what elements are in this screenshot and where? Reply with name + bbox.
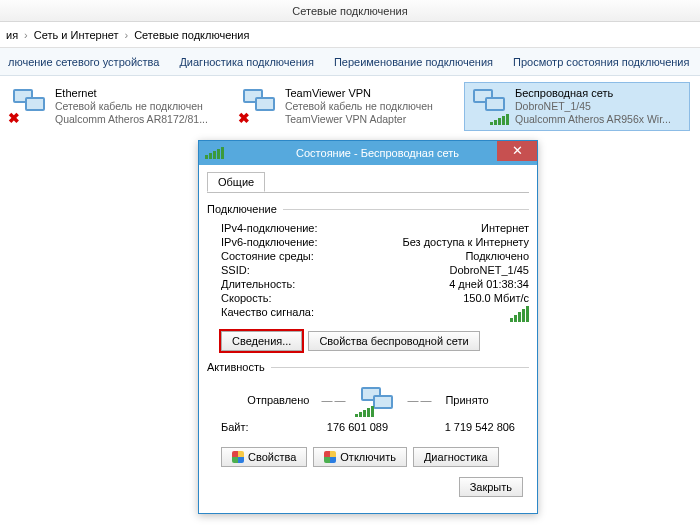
signal-label: Качество сигнала: bbox=[221, 306, 351, 324]
diagnose-button[interactable]: Диагностика bbox=[413, 447, 499, 467]
close-button[interactable]: ✕ bbox=[497, 141, 537, 161]
group-connection-label: Подключение bbox=[207, 203, 277, 215]
breadcrumb-conn[interactable]: Сетевые подключения bbox=[134, 29, 249, 41]
properties-button-label: Свойства bbox=[248, 451, 296, 463]
received-label: Принято bbox=[445, 394, 488, 406]
wifi-props-button[interactable]: Свойства беспроводной сети bbox=[308, 331, 479, 351]
ipv6-label: IPv6-подключение: bbox=[221, 236, 351, 248]
signal-bars-icon bbox=[355, 406, 374, 417]
svg-rect-3 bbox=[27, 99, 43, 109]
group-activity-header: Активность bbox=[207, 361, 529, 373]
wifi-adapter-icon bbox=[471, 87, 507, 123]
window-titlebar: Сетевые подключения bbox=[0, 0, 700, 22]
item-status: DobroNET_1/45 bbox=[515, 100, 671, 113]
toolbar-diagnose[interactable]: Диагностика подключения bbox=[179, 56, 313, 68]
network-adapter-icon: ✖ bbox=[241, 87, 277, 123]
signal-value bbox=[351, 306, 529, 324]
breadcrumb: ия › Сеть и Интернет › Сетевые подключен… bbox=[0, 22, 700, 48]
disable-button-label: Отключить bbox=[340, 451, 396, 463]
bytes-sent: 176 601 089 bbox=[301, 421, 388, 433]
breadcrumb-net[interactable]: Сеть и Интернет bbox=[34, 29, 119, 41]
item-device: Qualcomm Atheros AR8172/81... bbox=[55, 113, 208, 126]
chevron-right-icon: › bbox=[24, 29, 28, 41]
item-status: Сетевой кабель не подключен bbox=[55, 100, 208, 113]
status-dialog: Состояние - Беспроводная сеть ✕ Общие По… bbox=[198, 140, 538, 514]
chevron-right-icon: › bbox=[125, 29, 129, 41]
signal-bars-icon bbox=[490, 114, 509, 125]
ipv6-value: Без доступа к Интернету bbox=[351, 236, 529, 248]
network-adapter-icon: ✖ bbox=[11, 87, 47, 123]
tab-row: Общие bbox=[207, 171, 529, 193]
media-label: Состояние среды: bbox=[221, 250, 351, 262]
connections-list: ✖ Ethernet Сетевой кабель не подключен Q… bbox=[0, 76, 700, 137]
toolbar: лючение сетевого устройства Диагностика … bbox=[0, 48, 700, 76]
disconnected-x-icon: ✖ bbox=[8, 110, 20, 126]
item-name: TeamViewer VPN bbox=[285, 87, 433, 100]
svg-rect-7 bbox=[257, 99, 273, 109]
item-name: Беспроводная сеть bbox=[515, 87, 671, 100]
duration-value: 4 дней 01:38:34 bbox=[351, 278, 529, 290]
tab-general[interactable]: Общие bbox=[207, 172, 265, 192]
item-status: Сетевой кабель не подключен bbox=[285, 100, 433, 113]
ipv4-label: IPv4-подключение: bbox=[221, 222, 351, 234]
details-button[interactable]: Сведения... bbox=[221, 331, 302, 351]
connection-item-wifi[interactable]: Беспроводная сеть DobroNET_1/45 Qualcomm… bbox=[464, 82, 690, 131]
ssid-value: DobroNET_1/45 bbox=[351, 264, 529, 276]
dash-icon: —— bbox=[407, 394, 433, 406]
item-name: Ethernet bbox=[55, 87, 208, 100]
dialog-titlebar[interactable]: Состояние - Беспроводная сеть ✕ bbox=[199, 141, 537, 165]
duration-label: Длительность: bbox=[221, 278, 351, 290]
ssid-label: SSID: bbox=[221, 264, 351, 276]
toolbar-disable[interactable]: лючение сетевого устройства bbox=[8, 56, 159, 68]
shield-icon bbox=[324, 451, 336, 463]
bytes-recv: 1 719 542 806 bbox=[428, 421, 515, 433]
group-activity-label: Активность bbox=[207, 361, 265, 373]
dialog-title: Состояние - Беспроводная сеть bbox=[224, 147, 531, 159]
media-value: Подключено bbox=[351, 250, 529, 262]
sent-label: Отправлено bbox=[247, 394, 309, 406]
signal-bars-icon bbox=[205, 147, 224, 159]
svg-rect-11 bbox=[487, 99, 503, 109]
throughput-icon bbox=[359, 385, 395, 415]
close-button[interactable]: Закрыть bbox=[459, 477, 523, 497]
signal-bars-icon bbox=[510, 306, 529, 322]
group-connection-header: Подключение bbox=[207, 203, 529, 215]
shield-icon bbox=[232, 451, 244, 463]
svg-rect-15 bbox=[375, 397, 391, 407]
connection-item-ethernet[interactable]: ✖ Ethernet Сетевой кабель не подключен Q… bbox=[4, 82, 230, 131]
item-device: TeamViewer VPN Adapter bbox=[285, 113, 433, 126]
item-device: Qualcomm Atheros AR956x Wir... bbox=[515, 113, 671, 126]
speed-value: 150.0 Мбит/с bbox=[351, 292, 529, 304]
dash-icon: —— bbox=[321, 394, 347, 406]
disable-button[interactable]: Отключить bbox=[313, 447, 407, 467]
properties-button[interactable]: Свойства bbox=[221, 447, 307, 467]
disconnected-x-icon: ✖ bbox=[238, 110, 250, 126]
toolbar-viewstatus[interactable]: Просмотр состояния подключения bbox=[513, 56, 689, 68]
bytes-label: Байт: bbox=[221, 421, 301, 433]
breadcrumb-trunc[interactable]: ия bbox=[6, 29, 18, 41]
window-title: Сетевые подключения bbox=[292, 5, 407, 17]
ipv4-value: Интернет bbox=[351, 222, 529, 234]
connection-item-teamviewer[interactable]: ✖ TeamViewer VPN Сетевой кабель не подкл… bbox=[234, 82, 460, 131]
speed-label: Скорость: bbox=[221, 292, 351, 304]
toolbar-rename[interactable]: Переименование подключения bbox=[334, 56, 493, 68]
